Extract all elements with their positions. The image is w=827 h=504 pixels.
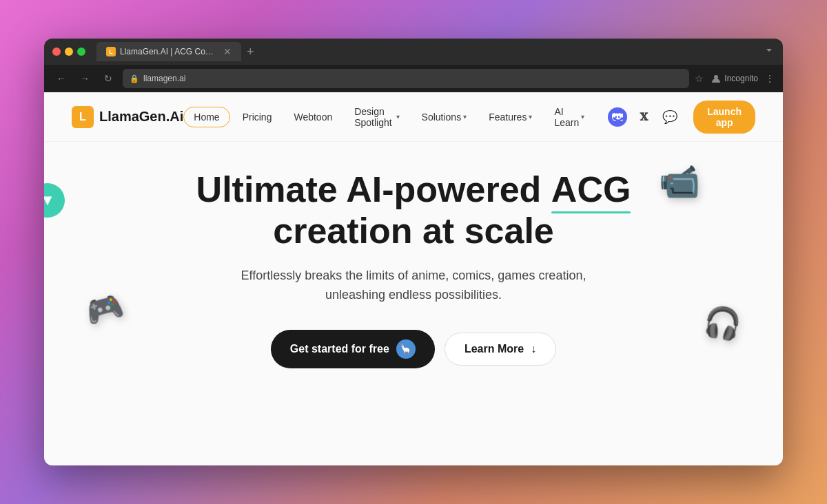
logo-icon: L [72, 106, 94, 128]
tab-title: LlamaGen.AI | ACG Copilot fo... [120, 47, 216, 56]
reload-button[interactable]: ↻ [99, 70, 117, 87]
teal-float-decoration: ▼ [44, 183, 65, 218]
nav-links: Home Pricing Webtoon Design Spotlight ▾ … [183, 101, 755, 134]
nav-social: 𝕏 💬 [608, 107, 680, 127]
bookmark-icon[interactable]: ☆ [695, 73, 704, 84]
close-button[interactable] [52, 48, 61, 56]
launch-app-button[interactable]: Launch app [693, 101, 755, 134]
incognito-icon [711, 73, 722, 84]
logo[interactable]: L LlamaGen.Ai [72, 106, 183, 128]
hero-buttons: Get started for free 🦙 Learn More ↓ [271, 330, 556, 368]
nav-home[interactable]: Home [183, 107, 229, 127]
hero-title-line1: Ultimate AI-powered ACG [196, 169, 631, 209]
tab-favicon: L [106, 47, 116, 56]
browser-toolbar: ← → ↻ 🔒 llamagen.ai ☆ Incognito ⋮ [44, 65, 783, 92]
hero-title-line2: creation at scale [273, 211, 554, 251]
site-nav: L LlamaGen.Ai Home Pricing Webtoon Desig… [44, 92, 783, 142]
new-tab-button[interactable]: + [247, 45, 254, 59]
chevron-down-icon [764, 45, 775, 56]
nav-solutions[interactable]: Solutions ▾ [412, 107, 477, 127]
maximize-button[interactable] [77, 48, 85, 56]
forward-button[interactable]: → [76, 70, 94, 87]
active-tab[interactable]: L LlamaGen.AI | ACG Copilot fo... ✕ [96, 42, 241, 61]
traffic-lights [52, 48, 85, 56]
minimize-button[interactable] [65, 48, 73, 56]
url-text: llamagen.ai [143, 74, 185, 83]
nav-pricing[interactable]: Pricing [233, 107, 282, 127]
toolbar-right: ☆ Incognito ⋮ [695, 73, 775, 84]
learn-more-button[interactable]: Learn More ↓ [445, 333, 556, 366]
hero-title-acg: ACG [551, 169, 631, 211]
logo-text: LlamaGen.Ai [99, 109, 183, 125]
hero-title: Ultimate AI-powered ACG creation at scal… [196, 169, 631, 252]
website-content: L LlamaGen.Ai Home Pricing Webtoon Desig… [44, 92, 783, 465]
tab-close-icon[interactable]: ✕ [223, 46, 232, 57]
x-twitter-icon[interactable]: 𝕏 [634, 107, 653, 127]
hero-subtitle: Effortlessly breaks the limits of anime,… [221, 266, 606, 306]
chevron-down-icon: ▾ [463, 113, 467, 120]
address-bar[interactable]: 🔒 llamagen.ai [123, 69, 689, 88]
chevron-down-icon: ▾ [396, 113, 400, 120]
browser-titlebar: L LlamaGen.AI | ACG Copilot fo... ✕ + [44, 39, 783, 65]
discord-icon[interactable] [608, 107, 627, 127]
tab-bar: L LlamaGen.AI | ACG Copilot fo... ✕ + [96, 42, 254, 61]
chevron-down-icon: ▾ [581, 113, 584, 120]
get-started-button[interactable]: Get started for free 🦙 [271, 330, 435, 368]
incognito-label: Incognito [724, 74, 758, 83]
chevron-down-icon: ▾ [529, 113, 532, 120]
browser-window: L LlamaGen.AI | ACG Copilot fo... ✕ + ← … [44, 39, 783, 465]
incognito-badge: Incognito [711, 73, 758, 84]
llama-icon: 🦙 [396, 339, 416, 359]
camera-decoration: 📹 [659, 162, 700, 201]
back-button[interactable]: ← [52, 70, 70, 87]
gamepad-decoration: 🎮 [81, 287, 127, 331]
arrow-down-icon: ↓ [531, 343, 536, 355]
headphone-decoration: 🎧 [701, 302, 744, 344]
nav-features[interactable]: Features ▾ [479, 107, 542, 127]
lock-icon: 🔒 [130, 74, 139, 83]
nav-design-spotlight[interactable]: Design Spotlight ▾ [345, 102, 409, 132]
menu-icon[interactable]: ⋮ [765, 73, 775, 84]
message-icon[interactable]: 💬 [660, 107, 680, 127]
hero-section: ▼ 📹 🎮 🎧 Ultimate AI-powered ACG creation… [44, 142, 783, 396]
nav-webtoon[interactable]: Webtoon [284, 107, 342, 127]
nav-ai-learn[interactable]: AI Learn ▾ [544, 102, 594, 132]
